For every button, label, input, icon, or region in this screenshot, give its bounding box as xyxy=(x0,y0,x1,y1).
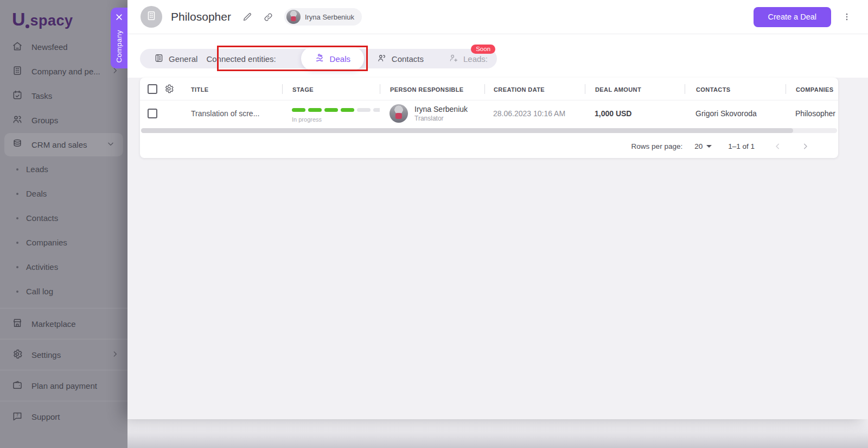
logo-mark: U xyxy=(12,9,24,30)
crm-stack-icon xyxy=(12,138,23,151)
create-deal-button[interactable]: Create a Deal xyxy=(754,7,831,27)
sidebar-subitem-leads[interactable]: Leads xyxy=(0,157,127,181)
sidebar-item-plan-and-payment[interactable]: Plan and payment xyxy=(0,370,127,401)
bullet-icon xyxy=(16,266,18,268)
company-link[interactable]: Philosopher xyxy=(795,109,835,118)
table-header-row: TITLE STAGE PERSON RESPONSIBLE CREATION … xyxy=(140,78,838,100)
pagination-range: 1–1 of 1 xyxy=(728,142,755,150)
owner-name: Iryna Serbeniuk xyxy=(305,13,354,21)
sidebar-item-newsfeed[interactable]: Newsfeed xyxy=(0,35,127,59)
bullet-icon xyxy=(16,193,18,195)
chat-question-icon: ? xyxy=(12,411,23,423)
logo-dot-icon xyxy=(25,24,29,28)
contact-link[interactable]: Grigori Skovoroda xyxy=(695,109,757,118)
person-name[interactable]: Iryna Serbeniuk xyxy=(414,105,468,113)
sidebar-item-settings[interactable]: Settings xyxy=(0,339,127,370)
gear-icon xyxy=(12,349,23,361)
sidebar-item-marketplace[interactable]: Marketplace xyxy=(0,308,127,339)
col-person-responsible[interactable]: PERSON RESPONSIBLE xyxy=(390,86,464,93)
tab-leads-disabled: Leads: Soon xyxy=(449,53,488,65)
stage-label: In progress xyxy=(292,116,380,123)
bullet-icon xyxy=(16,291,18,293)
sidebar-subitem-call-log[interactable]: Call log xyxy=(0,279,127,304)
page-title: Philosopher xyxy=(171,10,231,23)
uspacy-logo[interactable]: U spacy xyxy=(12,9,73,30)
deal-amount: 1,000 USD xyxy=(595,109,631,118)
dimmed-background-strip xyxy=(127,419,868,448)
tab-general[interactable]: General xyxy=(154,53,197,65)
building-icon xyxy=(12,65,23,78)
col-title[interactable]: TITLE xyxy=(191,86,209,93)
kebab-menu-icon[interactable] xyxy=(842,12,852,22)
calendar-check-icon xyxy=(12,90,23,102)
scrollbar-thumb[interactable] xyxy=(141,128,793,133)
col-stage[interactable]: STAGE xyxy=(292,86,314,93)
tabs-zone: General Connected entities: Deals Contac… xyxy=(127,34,868,78)
chevron-right-icon xyxy=(111,350,119,359)
chevron-down-icon xyxy=(107,140,114,149)
close-icon[interactable] xyxy=(115,13,123,23)
sidebar-item-groups[interactable]: Groups xyxy=(0,108,127,132)
sidebar-subitem-companies[interactable]: Companies xyxy=(0,230,127,255)
column-settings-gear-icon[interactable] xyxy=(164,84,184,94)
deal-title-link[interactable]: Translation of scre... xyxy=(191,109,259,118)
col-deal-amount[interactable]: DEAL AMOUNT xyxy=(595,86,641,93)
sidebar-subitem-contacts[interactable]: Contacts xyxy=(0,206,127,230)
bullet-icon xyxy=(16,242,18,244)
horizontal-scrollbar[interactable] xyxy=(140,127,838,134)
svg-text:?: ? xyxy=(16,413,18,418)
sidebar-item-crm-and-sales[interactable]: CRM and sales xyxy=(4,133,123,156)
bullet-icon xyxy=(16,217,18,219)
home-icon xyxy=(12,41,23,53)
link-icon[interactable] xyxy=(263,12,273,22)
edit-icon[interactable] xyxy=(242,12,252,22)
general-tab-icon xyxy=(154,53,164,65)
select-all-checkbox[interactable] xyxy=(148,84,157,94)
contacts-icon xyxy=(377,53,387,65)
prev-page-button[interactable] xyxy=(773,142,782,151)
connected-entities-label: Connected entities: xyxy=(206,54,276,64)
storefront-icon xyxy=(12,318,23,330)
caret-down-icon xyxy=(706,145,712,148)
sidebar-nav: Newsfeed Company and pe... Tasks Groups … xyxy=(0,35,127,304)
sidebar-footer: Marketplace Settings Plan and payment ? … xyxy=(0,308,127,432)
deals-table-card: TITLE STAGE PERSON RESPONSIBLE CREATION … xyxy=(140,78,838,158)
deals-handshake-icon xyxy=(315,53,325,65)
pagination-bar: Rows per page: 20 1–1 of 1 xyxy=(140,134,838,158)
company-avatar xyxy=(141,6,162,28)
owner-chip[interactable]: Iryna Serbeniuk xyxy=(284,8,362,26)
logo-word: spacy xyxy=(30,12,73,29)
creation-date: 28.06.2023 10:16 AM xyxy=(493,109,565,118)
company-detail-panel: Philosopher Iryna Serbeniuk Create a Dea… xyxy=(127,0,868,419)
sidebar: U spacy Newsfeed Company and pe... Tasks… xyxy=(0,0,127,448)
tab-contacts[interactable]: Contacts xyxy=(377,53,424,65)
next-page-button[interactable] xyxy=(801,142,810,151)
wallet-icon xyxy=(12,380,23,392)
lead-user-plus-icon xyxy=(449,53,458,65)
rows-per-page-select[interactable]: 20 xyxy=(694,142,712,150)
scrollbar-track[interactable] xyxy=(141,128,837,133)
person-avatar xyxy=(390,104,408,123)
sidebar-subitem-activities[interactable]: Activities xyxy=(0,255,127,279)
panel-header: Philosopher Iryna Serbeniuk Create a Dea… xyxy=(127,0,868,34)
sidebar-subitem-deals[interactable]: Deals xyxy=(0,181,127,206)
content-area: TITLE STAGE PERSON RESPONSIBLE CREATION … xyxy=(127,78,868,419)
row-checkbox[interactable] xyxy=(148,109,157,118)
company-slideover-tab[interactable]: Company xyxy=(111,8,127,68)
soon-badge: Soon xyxy=(471,45,495,54)
sidebar-item-tasks[interactable]: Tasks xyxy=(0,84,127,108)
sidebar-item-company-and-people[interactable]: Company and pe... xyxy=(0,59,127,84)
bullet-icon xyxy=(16,168,18,171)
stage-progress xyxy=(292,104,380,114)
building-icon xyxy=(145,10,157,24)
col-companies[interactable]: COMPANIES xyxy=(796,86,833,93)
groups-icon xyxy=(12,114,23,127)
table-row[interactable]: Translation of scre... In progress Iryna… xyxy=(140,100,838,127)
sidebar-item-support[interactable]: ? Support xyxy=(0,401,127,432)
col-contacts[interactable]: CONTACTS xyxy=(696,86,731,93)
tab-deals-active[interactable]: Deals xyxy=(301,47,364,71)
owner-avatar xyxy=(286,10,301,24)
rows-per-page-label: Rows per page: xyxy=(631,142,683,150)
company-tab-label: Company xyxy=(115,30,123,63)
col-creation-date[interactable]: CREATION DATE xyxy=(494,86,545,93)
